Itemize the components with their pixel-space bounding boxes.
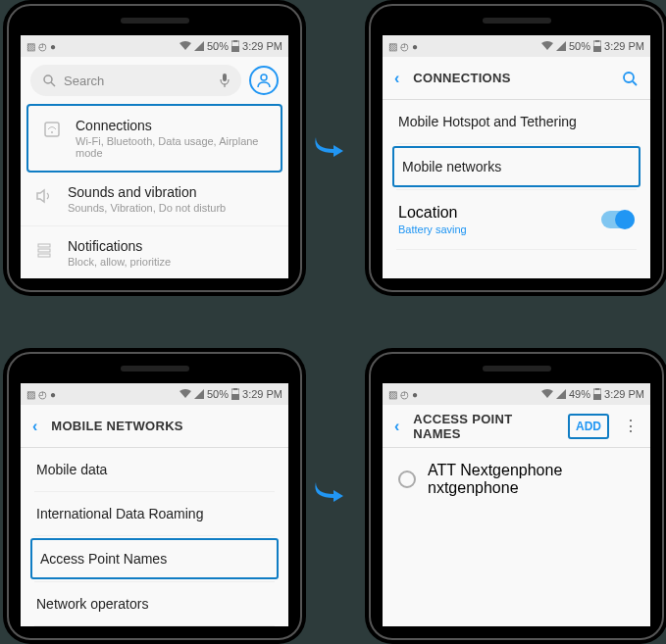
- list-item-roaming[interactable]: International Data Roaming: [21, 492, 288, 535]
- svg-rect-20: [233, 388, 237, 390]
- battery-icon: [231, 40, 239, 52]
- svg-line-17: [633, 81, 637, 85]
- apn-item[interactable]: ATT Nextgenphone nxtgenphone: [383, 448, 650, 511]
- item-title: Sounds and vibration: [68, 184, 275, 200]
- svg-rect-8: [45, 123, 59, 136]
- icon-clock: ◴: [400, 389, 409, 400]
- back-button[interactable]: ‹: [394, 70, 399, 87]
- settings-item-sounds[interactable]: Sounds and vibration Sounds, Vibration, …: [21, 173, 288, 226]
- apn-radio[interactable]: [398, 471, 416, 488]
- wifi-icon: [541, 41, 553, 51]
- page-title: CONNECTIONS: [413, 71, 607, 85]
- svg-point-9: [51, 131, 53, 133]
- item-sub: Wi-Fi, Bluetooth, Data usage, Airplane m…: [76, 135, 267, 159]
- svg-rect-22: [593, 394, 601, 400]
- svg-rect-5: [223, 74, 227, 81]
- svg-rect-14: [593, 46, 601, 52]
- add-button-highlight[interactable]: ADD: [568, 414, 609, 439]
- item-label: Mobile networks: [402, 159, 501, 174]
- list-item-location[interactable]: Location Battery saving: [383, 190, 650, 249]
- svg-rect-11: [38, 249, 50, 252]
- item-title: Connections: [76, 118, 267, 133]
- search-icon: [42, 74, 56, 87]
- page-title: MOBILE NETWORKS: [51, 419, 277, 433]
- battery-icon: [593, 40, 601, 52]
- icon-image: ▨: [26, 41, 35, 52]
- battery-icon: [231, 388, 239, 400]
- connections-icon: [42, 120, 62, 139]
- item-title: Location: [398, 204, 589, 222]
- signal-icon: [194, 41, 204, 51]
- back-button[interactable]: ‹: [394, 418, 399, 435]
- icon-dot: ●: [50, 41, 56, 52]
- wifi-icon: [179, 389, 191, 399]
- svg-rect-12: [38, 254, 50, 257]
- icon-dot: ●: [412, 389, 418, 400]
- wifi-icon: [541, 389, 553, 399]
- svg-point-16: [624, 73, 634, 82]
- list-item-apn-highlight[interactable]: Access Point Names: [30, 538, 279, 579]
- header: ‹ ACCESS POINT NAMES ADD ⋮: [383, 405, 650, 448]
- signal-icon: [194, 389, 204, 399]
- svg-line-4: [51, 82, 55, 86]
- search-input[interactable]: Search: [30, 65, 241, 96]
- icon-image: ▨: [388, 389, 397, 400]
- search-placeholder: Search: [64, 74, 104, 88]
- location-toggle[interactable]: [601, 211, 635, 228]
- icon-clock: ◴: [400, 41, 409, 52]
- time-text: 3:29 PM: [242, 40, 282, 52]
- list-item-mobile-networks-highlight[interactable]: Mobile networks: [392, 146, 640, 187]
- time-text: 3:29 PM: [604, 388, 644, 400]
- svg-rect-15: [595, 40, 599, 42]
- item-sub: Block, allow, prioritize: [68, 256, 275, 268]
- phone-speaker: [121, 366, 189, 372]
- wifi-icon: [179, 41, 191, 51]
- back-button[interactable]: ‹: [32, 418, 37, 435]
- notifications-icon: [34, 240, 54, 260]
- battery-text: 50%: [207, 40, 229, 52]
- status-bar: ▨ ◴ ● 50% 3:29 PM: [383, 35, 650, 57]
- item-title: Notifications: [68, 238, 275, 254]
- header: ‹ MOBILE NETWORKS: [21, 405, 288, 448]
- icon-dot: ●: [412, 41, 418, 52]
- icon-dot: ●: [50, 389, 56, 400]
- battery-icon: [593, 388, 601, 400]
- icon-clock: ◴: [38, 41, 47, 52]
- svg-rect-1: [231, 46, 239, 52]
- mic-icon[interactable]: [220, 74, 230, 87]
- list-item-operators[interactable]: Network operators: [21, 582, 288, 625]
- phone-mobile-networks: ▨ ◴ ● 50% 3:29 PM ‹ MOBILE NETWORKS Mobi…: [3, 348, 306, 644]
- settings-item-notifications[interactable]: Notifications Block, allow, prioritize: [21, 226, 288, 278]
- phone-speaker: [483, 18, 551, 24]
- arrow-icon: [314, 480, 345, 506]
- battery-text: 50%: [207, 388, 229, 400]
- status-bar: ▨ ◴ ● 49% 3:29 PM: [383, 383, 650, 405]
- item-sub: Sounds, Vibration, Do not disturb: [68, 202, 275, 214]
- svg-rect-19: [231, 394, 239, 400]
- icon-image: ▨: [388, 41, 397, 52]
- list-item-mobile-data[interactable]: Mobile data: [21, 448, 288, 491]
- profile-button[interactable]: [249, 66, 279, 95]
- phone-apn: ▨ ◴ ● 49% 3:29 PM ‹ ACCESS POINT NAMES A…: [365, 348, 666, 644]
- search-button[interactable]: [621, 70, 639, 87]
- header: ‹ CONNECTIONS: [383, 57, 650, 100]
- item-label: Access Point Names: [40, 551, 167, 567]
- svg-rect-2: [233, 40, 237, 42]
- icon-image: ▨: [26, 389, 35, 400]
- more-button[interactable]: ⋮: [623, 417, 639, 435]
- status-bar: ▨ ◴ ● 50% 3:29 PM: [21, 35, 288, 57]
- phone-speaker: [121, 18, 189, 24]
- phone-speaker: [483, 366, 551, 372]
- phone-settings-main: ▨ ◴ ● 50% 3:29 PM: [3, 0, 306, 296]
- icon-clock: ◴: [38, 389, 47, 400]
- apn-value: nxtgenphone: [428, 479, 635, 497]
- svg-rect-10: [38, 244, 50, 247]
- list-item-hotspot[interactable]: Mobile Hotspot and Tethering: [383, 100, 650, 143]
- battery-text: 49%: [569, 388, 590, 400]
- sound-icon: [34, 186, 54, 206]
- signal-icon: [556, 41, 566, 51]
- svg-rect-23: [595, 388, 599, 390]
- settings-item-connections[interactable]: Connections Wi-Fi, Bluetooth, Data usage…: [28, 106, 281, 171]
- svg-point-3: [44, 75, 52, 83]
- signal-icon: [556, 389, 566, 399]
